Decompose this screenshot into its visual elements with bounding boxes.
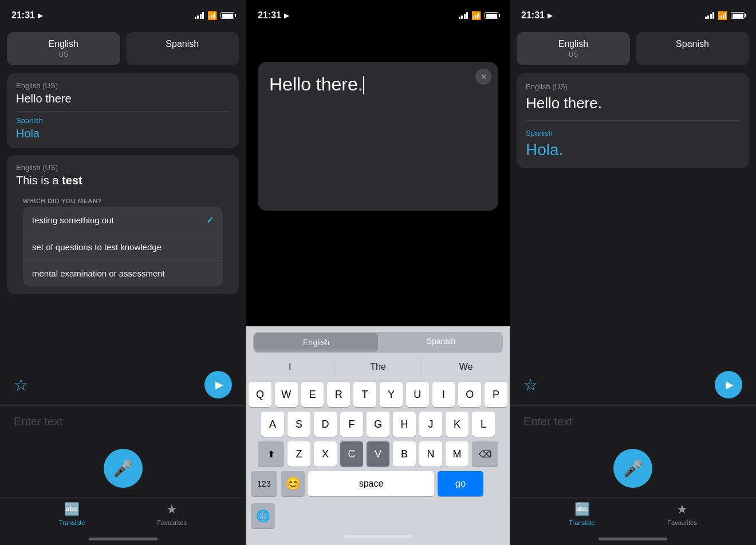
key-x[interactable]: X	[314, 441, 337, 467]
key-d[interactable]: D	[314, 412, 337, 437]
right-favourites-label: Favourites	[667, 519, 696, 526]
key-e[interactable]: E	[301, 382, 324, 407]
suggestion-item-2[interactable]: mental examination or assessment	[23, 260, 223, 286]
right-status-icons: 📶	[705, 11, 745, 20]
middle-signal-icon	[459, 12, 468, 19]
battery-icon	[220, 12, 234, 19]
middle-battery-icon	[485, 12, 498, 19]
left-star-button[interactable]: ☆	[14, 376, 28, 394]
right-star-button[interactable]: ☆	[523, 376, 538, 394]
word-suggestion-1[interactable]: The	[334, 357, 423, 377]
right-favourites-icon: ★	[676, 502, 688, 517]
kb-lang-tab-spanish[interactable]: Spanish	[379, 332, 503, 353]
right-lang-btn-english[interactable]: English US	[517, 32, 630, 65]
key-w[interactable]: W	[275, 382, 298, 407]
right-battery-icon	[731, 12, 745, 19]
kb-row-3: ⬆ Z X C V B N M ⌫	[249, 441, 507, 467]
key-shift[interactable]: ⬆	[258, 441, 284, 467]
key-y[interactable]: Y	[380, 382, 403, 407]
right-lang-buttons: English US Spanish	[510, 27, 756, 70]
middle-modal-card: ✕ Hello there.	[258, 62, 498, 211]
middle-status-icons: 📶	[459, 11, 499, 20]
right-play-button[interactable]: ▶	[715, 371, 742, 398]
left-bottom-bar: ☆ ▶ Enter text 🎤 🔤 Translate ★ Favourite…	[0, 364, 246, 545]
right-detail-to-text: Hola.	[526, 141, 740, 159]
key-r[interactable]: R	[327, 382, 350, 407]
left-phone-panel: 21:31 ▶ 📶 English US Spanish	[0, 0, 246, 545]
right-mic-button[interactable]: 🎤	[613, 449, 652, 488]
key-g[interactable]: G	[367, 412, 389, 437]
keyboard-rows: Q W E R T Y U I O P A S D F G H J K	[246, 377, 510, 535]
key-p[interactable]: P	[485, 382, 507, 407]
left-card1-from-text: Hello there	[16, 92, 230, 105]
key-v[interactable]: V	[367, 441, 389, 467]
key-o[interactable]: O	[458, 382, 481, 407]
key-c[interactable]: C	[340, 441, 363, 467]
right-enter-text-area[interactable]: Enter text	[510, 405, 756, 440]
left-card1-from-lang: English (US)	[16, 81, 230, 90]
key-go[interactable]: go	[438, 471, 483, 496]
right-play-icon: ▶	[726, 378, 734, 391]
left-favourites-label: Favourites	[158, 519, 187, 526]
key-emoji[interactable]: 😊	[281, 471, 305, 496]
right-mic-area: 🎤	[510, 440, 756, 497]
left-enter-text-area[interactable]: Enter text	[0, 405, 246, 440]
key-n[interactable]: N	[419, 441, 442, 467]
key-h[interactable]: H	[393, 412, 416, 437]
key-m[interactable]: M	[446, 441, 468, 467]
middle-phone-panel: 21:31 ▶ 📶 ✕ Hello there. English	[246, 0, 510, 545]
left-tab-translate[interactable]: 🔤 Translate	[59, 502, 85, 526]
key-k[interactable]: K	[446, 412, 468, 437]
key-f[interactable]: F	[340, 412, 363, 437]
left-translation-card-2: English (US) This is a test WHICH DID YO…	[7, 155, 239, 294]
right-lang-btn-spanish[interactable]: Spanish	[636, 32, 749, 65]
left-action-bar: ☆ ▶	[0, 364, 246, 405]
middle-home-indicator	[344, 535, 412, 538]
key-l[interactable]: L	[472, 412, 495, 437]
left-tab-bar: 🔤 Translate ★ Favourites	[0, 497, 246, 538]
right-tab-translate[interactable]: 🔤 Translate	[569, 502, 594, 526]
key-i[interactable]: I	[432, 382, 455, 407]
right-status-time: 21:31 ▶	[521, 10, 552, 21]
left-play-button[interactable]: ▶	[204, 371, 232, 398]
kb-lang-tab-english[interactable]: English	[254, 333, 378, 352]
key-backspace[interactable]: ⌫	[472, 441, 498, 467]
key-z[interactable]: Z	[288, 441, 310, 467]
right-mic-icon: 🎤	[623, 459, 643, 478]
key-u[interactable]: U	[406, 382, 429, 407]
left-translate-label: Translate	[59, 519, 85, 526]
key-s[interactable]: S	[288, 412, 310, 437]
kb-globe-row: 🌐	[249, 503, 507, 533]
kb-row-1: Q W E R T Y U I O P	[249, 382, 507, 407]
left-lang-btn-spanish[interactable]: Spanish	[126, 32, 239, 65]
modal-close-button[interactable]: ✕	[475, 69, 491, 85]
key-t[interactable]: T	[353, 382, 376, 407]
right-tab-bar: 🔤 Translate ★ Favourites	[510, 497, 756, 538]
signal-icon	[195, 12, 204, 19]
key-numbers[interactable]: 123	[251, 471, 277, 496]
key-globe[interactable]: 🌐	[251, 503, 275, 528]
suggestion-item-0[interactable]: testing something out ✓	[23, 207, 223, 234]
word-suggestion-2[interactable]: We	[422, 357, 510, 377]
word-suggestion-0[interactable]: I	[246, 357, 334, 377]
right-detail-card: English (US) Hello there. Spanish Hola.	[517, 73, 749, 168]
key-a[interactable]: A	[261, 412, 284, 437]
left-card1-to-lang: Spanish	[16, 116, 230, 125]
key-j[interactable]: J	[419, 412, 442, 437]
suggestion-item-1[interactable]: set of questions to test knowledge	[23, 234, 223, 260]
right-status-bar: 21:31 ▶ 📶	[510, 0, 756, 27]
left-mic-icon: 🎤	[113, 459, 133, 478]
wifi-icon: 📶	[207, 11, 217, 20]
left-tab-favourites[interactable]: ★ Favourites	[158, 502, 187, 526]
key-space[interactable]: space	[308, 471, 434, 496]
left-lang-btn-english[interactable]: English US	[7, 32, 120, 65]
right-detail-from-text: Hello there.	[526, 94, 740, 121]
left-favourites-icon: ★	[166, 502, 178, 517]
cursor	[363, 76, 364, 94]
left-mic-button[interactable]: 🎤	[104, 449, 143, 488]
key-q[interactable]: Q	[249, 382, 271, 407]
suggestion-check-0: ✓	[206, 215, 214, 226]
key-b[interactable]: B	[393, 441, 416, 467]
right-tab-favourites[interactable]: ★ Favourites	[667, 502, 696, 526]
right-detail-from-lang: English (US)	[526, 82, 740, 91]
